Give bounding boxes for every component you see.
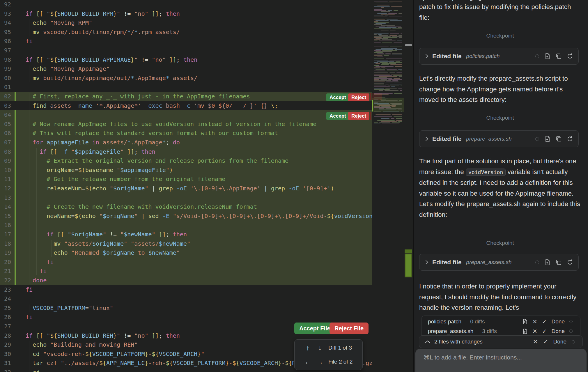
line-number: 29 — [0, 340, 11, 350]
done-all-button[interactable]: Done — [553, 339, 566, 345]
code-line[interactable]: 08 if [[ -f "$appimageFile" ]]; then — [0, 147, 372, 157]
changed-file-row[interactable]: prepare_assets.sh 3 diffs ✕ ✓ Done — [421, 326, 580, 336]
edited-file-name: prepare_assets.sh — [466, 136, 511, 142]
code-line[interactable]: 06 # This will replace the standard vers… — [0, 129, 372, 138]
accept-check-icon[interactable]: ✓ — [542, 318, 547, 325]
code-line[interactable]: 05 # Now rename AppImage files to use vo… — [0, 120, 372, 129]
chevron-right-icon[interactable] — [425, 54, 429, 59]
reject-x-icon[interactable]: ✕ — [532, 328, 537, 335]
changes-summary-bar[interactable]: 2 files with changes ✕ ✓ Done — [419, 335, 583, 348]
diff-navigation-popup: ↑ ↓ Diff 1 of 3 ← → File 2 of 2 — [294, 339, 363, 370]
reapply-icon[interactable] — [567, 53, 573, 59]
accept-file-button[interactable]: Accept File — [294, 323, 335, 334]
reapply-icon[interactable] — [567, 259, 573, 265]
checkpoint-label[interactable]: Checkpoint — [419, 33, 581, 39]
minimap[interactable] — [372, 0, 404, 372]
changed-file-row[interactable]: policies.patch 0 diffs ✕ ✓ Done — [421, 317, 580, 326]
code-line[interactable]: 00 mv build/linux/appimage/out/*.AppImag… — [0, 74, 372, 83]
chat-input[interactable]: ⌘L to add a file. Enter instructions... — [415, 349, 587, 372]
code-line[interactable]: 99 echo "Moving AppImage" — [0, 64, 372, 74]
hunk2-reject-button[interactable]: Reject — [348, 112, 369, 120]
code-line[interactable]: 96fi — [0, 37, 372, 46]
reject-all-x-icon[interactable]: ✕ — [533, 338, 538, 345]
code-line[interactable]: 12 releaseNum=$(echo "$origName" | grep … — [0, 184, 372, 193]
code-line[interactable]: 09 # Extract the original version and re… — [0, 156, 372, 166]
code-line[interactable]: 02 # First, replace any _-_ with just - … — [0, 92, 372, 101]
code-line[interactable]: 01 — [0, 83, 372, 92]
code-line[interactable]: 04 — [0, 110, 372, 120]
diff-count: 3 diffs — [482, 328, 497, 334]
file-name: policies.patch — [428, 318, 461, 325]
line-number: 25 — [0, 304, 11, 313]
diff-added-gutter-bar — [15, 175, 16, 184]
code-text: mv "assets/$origName" "assets/$newName" — [26, 239, 190, 249]
hunk2-accept-button[interactable]: Accept — [326, 112, 349, 120]
scrollbar-thumb[interactable] — [405, 44, 412, 46]
edited-file-card[interactable]: Edited file prepare_assets.sh — [419, 130, 579, 147]
chevron-right-icon[interactable] — [425, 260, 429, 265]
next-file-arrow-right-icon[interactable]: → — [314, 358, 326, 366]
chevron-up-icon[interactable] — [425, 340, 430, 343]
code-line[interactable]: 11 # Get the release number from the ori… — [0, 175, 372, 184]
code-line[interactable]: 25 VSCODE_PLATFORM="linux" — [0, 304, 372, 313]
code-editor[interactable]: 9293if [[ "${SHOULD_BUILD_RPM}" != "no" … — [0, 0, 372, 372]
open-file-icon[interactable] — [522, 319, 528, 325]
code-line[interactable]: 98if [[ "${SHOULD_BUILD_APPIMAGE}" != "n… — [0, 55, 372, 65]
code-line[interactable]: 07 for appimageFile in assets/*.AppImage… — [0, 138, 372, 147]
code-text: cd — [26, 368, 40, 372]
code-line[interactable]: 03 find assets -name '*.AppImage*' -exec… — [0, 101, 372, 111]
line-number: 24 — [0, 294, 11, 304]
code-line[interactable]: 17 if [[ "$origName" != "$newName" ]]; t… — [0, 230, 372, 239]
assistant-message: Let's directly modify the prepare_assets… — [419, 73, 581, 105]
open-file-icon[interactable] — [544, 53, 550, 59]
open-file-icon[interactable] — [522, 328, 528, 334]
code-line[interactable]: 95 mv vscode/.build/linux/rpm/*/*.rpm as… — [0, 28, 372, 37]
code-line[interactable]: 20 fi — [0, 258, 372, 267]
code-line[interactable]: 13 — [0, 193, 372, 203]
accept-all-check-icon[interactable]: ✓ — [543, 338, 548, 345]
code-line[interactable]: 18 mv "assets/$origName" "assets/$newNam… — [0, 239, 372, 249]
open-file-icon[interactable] — [544, 136, 550, 142]
code-line[interactable]: 24 — [0, 294, 372, 304]
hunk1-reject-button[interactable]: Reject — [348, 93, 369, 101]
code-line[interactable]: 14 # Create the new filename with voidVe… — [0, 202, 372, 212]
code-line[interactable]: 94 echo "Moving RPM" — [0, 18, 372, 28]
reject-x-icon[interactable]: ✕ — [532, 318, 537, 325]
copy-icon[interactable] — [555, 259, 562, 265]
code-line[interactable]: 15 newName=$(echo "$origName" | sed -E "… — [0, 212, 372, 221]
done-button[interactable]: Done — [552, 318, 565, 325]
open-file-icon[interactable] — [544, 259, 550, 265]
prev-diff-arrow-up-icon[interactable]: ↑ — [302, 344, 314, 352]
code-line[interactable]: 16 — [0, 221, 372, 230]
code-line[interactable]: 21 fi — [0, 267, 372, 276]
code-line[interactable]: 97 — [0, 46, 372, 55]
edited-file-card[interactable]: Edited file prepare_assets.sh — [419, 254, 579, 271]
prev-file-arrow-left-icon[interactable]: ← — [302, 358, 314, 366]
code-line[interactable]: 19 echo "Renamed $origName to $newName" — [0, 248, 372, 258]
line-number: 28 — [0, 331, 11, 341]
copy-icon[interactable] — [555, 136, 562, 142]
copy-icon[interactable] — [555, 53, 562, 59]
code-line[interactable]: 10 origName=$(basename "$appimageFile") — [0, 166, 372, 175]
accept-check-icon[interactable]: ✓ — [542, 328, 547, 335]
code-line[interactable]: 93if [[ "${SHOULD_BUILD_RPM}" != "no" ]]… — [0, 9, 372, 19]
code-line[interactable]: 26fi — [0, 313, 372, 322]
code-line[interactable]: 23fi — [0, 285, 372, 295]
edited-file-card[interactable]: Edited file policies.patch — [419, 48, 579, 65]
overview-ruler[interactable] — [404, 0, 414, 372]
checkpoint-label[interactable]: Checkpoint — [419, 240, 581, 246]
line-number: 11 — [0, 175, 11, 184]
line-number: 04 — [0, 110, 11, 120]
done-button[interactable]: Done — [552, 328, 565, 334]
status-circle-icon — [535, 261, 539, 264]
next-diff-arrow-down-icon[interactable]: ↓ — [314, 344, 326, 352]
hunk1-accept-button[interactable]: Accept — [326, 93, 349, 101]
edited-file-title: Edited file — [432, 135, 461, 142]
line-number: 09 — [0, 156, 11, 166]
reapply-icon[interactable] — [567, 136, 573, 142]
code-line[interactable]: 92 — [0, 0, 372, 9]
reject-file-button[interactable]: Reject File — [330, 323, 369, 334]
code-line[interactable]: 22 done — [0, 276, 372, 285]
chevron-right-icon[interactable] — [425, 137, 429, 141]
checkpoint-label[interactable]: Checkpoint — [419, 115, 581, 121]
